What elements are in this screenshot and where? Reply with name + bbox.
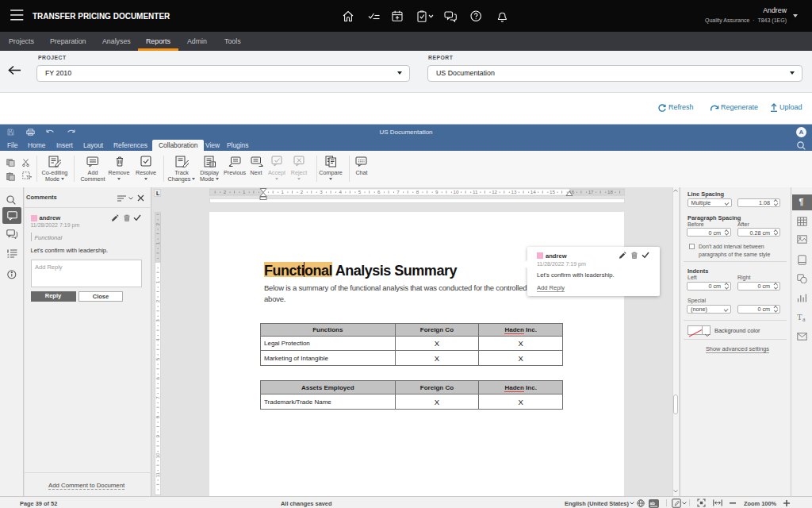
svg-text:18: 18 [607, 189, 613, 194]
svg-text:2: 2 [155, 299, 160, 302]
svg-text:1: 1 [155, 280, 160, 283]
svg-text:2: 2 [155, 222, 160, 225]
svg-text:1: 1 [243, 189, 246, 194]
svg-text:3: 3 [155, 319, 160, 322]
svg-text:7: 7 [396, 189, 400, 194]
svg-text:4: 4 [339, 189, 342, 194]
svg-text:1: 1 [282, 189, 285, 194]
svg-text:9: 9 [435, 189, 439, 194]
svg-text:4: 4 [155, 338, 160, 341]
svg-text:ab: ab [650, 501, 656, 506]
svg-text:15: 15 [550, 189, 555, 194]
svg-text:T: T [797, 312, 802, 321]
svg-text:6: 6 [377, 189, 381, 194]
svg-text:11: 11 [155, 472, 160, 478]
svg-text:10: 10 [454, 189, 459, 194]
svg-text:2: 2 [301, 189, 304, 194]
svg-text:5: 5 [358, 189, 362, 194]
svg-text:8: 8 [416, 189, 419, 194]
svg-text:7: 7 [155, 396, 160, 399]
svg-text:14: 14 [530, 189, 536, 194]
svg-text:3: 3 [320, 189, 323, 194]
svg-text:8: 8 [155, 415, 160, 418]
svg-text:2: 2 [224, 189, 227, 194]
svg-text:5: 5 [155, 357, 160, 360]
svg-text:a: a [802, 316, 806, 322]
svg-text:6: 6 [155, 377, 160, 380]
svg-text:9: 9 [155, 434, 160, 437]
svg-text:1: 1 [155, 241, 160, 244]
svg-text:17: 17 [588, 189, 594, 194]
svg-text:12: 12 [492, 189, 497, 194]
svg-text:11: 11 [473, 189, 478, 194]
svg-text:13: 13 [511, 189, 516, 194]
svg-text:10: 10 [155, 452, 160, 458]
